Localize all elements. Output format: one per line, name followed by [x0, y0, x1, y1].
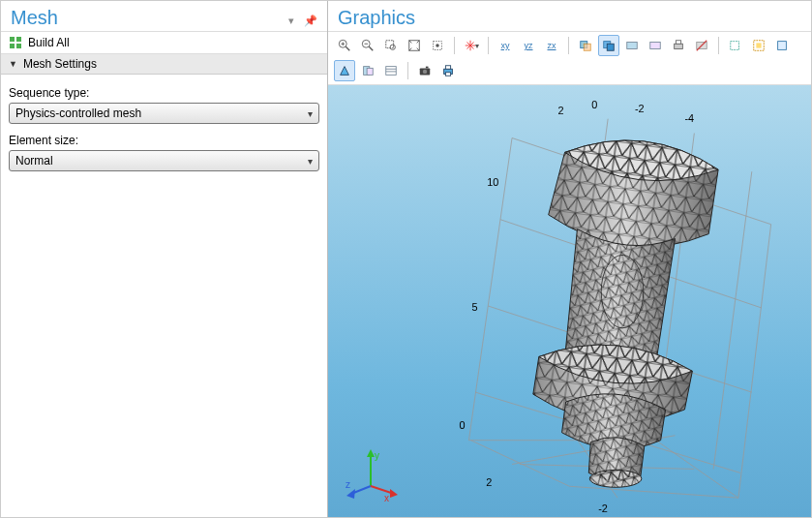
- print-2-icon[interactable]: [437, 60, 459, 81]
- sequence-type-value: Physics-controlled mesh: [15, 107, 141, 120]
- view-zx-button[interactable]: zx: [541, 35, 562, 56]
- svg-rect-3: [16, 44, 21, 48]
- element-size-select[interactable]: Normal: [9, 150, 319, 171]
- collapse-icon: ▼: [9, 59, 17, 69]
- zoom-extents-icon[interactable]: [404, 35, 425, 56]
- svg-line-54: [656, 441, 738, 498]
- svg-point-37: [423, 70, 427, 74]
- svg-line-9: [369, 46, 373, 50]
- svg-rect-0: [10, 37, 15, 42]
- svg-marker-30: [341, 67, 349, 76]
- transparency-icon[interactable]: [575, 35, 596, 56]
- svg-marker-66: [346, 489, 355, 499]
- svg-rect-33: [386, 67, 397, 76]
- mesh-settings-header[interactable]: ▼ Mesh Settings: [1, 54, 327, 75]
- select-toggle-icon[interactable]: [771, 35, 793, 56]
- element-size-value: Normal: [15, 154, 53, 168]
- y-tick-0: 10: [487, 176, 498, 188]
- y-tick-2: 0: [460, 419, 466, 431]
- svg-rect-11: [386, 41, 394, 48]
- graphics-toolbar: ▾ xy yz zx: [328, 32, 811, 85]
- svg-rect-41: [445, 73, 450, 76]
- svg-marker-62: [367, 449, 375, 457]
- svg-rect-19: [607, 44, 614, 50]
- svg-rect-40: [445, 66, 450, 70]
- graphics-panel: Graphics ▾ xy yz zx: [328, 1, 811, 517]
- rotate-icon[interactable]: ▾: [461, 35, 482, 56]
- svg-line-5: [346, 46, 349, 50]
- sequence-type-select[interactable]: Physics-controlled mesh: [9, 103, 319, 124]
- svg-rect-22: [675, 44, 683, 48]
- select-all-icon[interactable]: [748, 35, 769, 56]
- top-tick-1: 0: [591, 99, 597, 110]
- bot-tick-b: -2: [598, 503, 608, 514]
- svg-point-15: [436, 44, 439, 47]
- build-all-icon: [9, 36, 22, 49]
- panel-menu-icon[interactable]: ▾: [288, 15, 294, 26]
- zoom-out-icon[interactable]: [357, 35, 378, 56]
- zoom-box-icon[interactable]: [380, 35, 402, 56]
- render-2-icon[interactable]: [645, 35, 666, 56]
- svg-marker-64: [390, 489, 398, 498]
- zoom-in-icon[interactable]: [334, 35, 355, 56]
- triad-x-label: x: [384, 493, 389, 503]
- scene-light-icon[interactable]: [334, 60, 355, 81]
- mesh-panel-header: Mesh ▾ 📌: [1, 1, 327, 32]
- panel-header-controls: ▾ 📌: [285, 7, 317, 29]
- top-tick-0: 2: [558, 105, 564, 116]
- y-tick-1: 5: [471, 301, 477, 313]
- view-yz-button[interactable]: yz: [518, 35, 539, 56]
- svg-point-12: [390, 45, 395, 49]
- mesh-panel: Mesh ▾ 📌 Build All ▼ Mesh Settings Seque…: [1, 1, 328, 517]
- svg-line-46: [738, 225, 771, 498]
- print-icon[interactable]: [668, 35, 689, 56]
- wireframe-icon[interactable]: [598, 35, 619, 56]
- graphics-viewport[interactable]: 10 5 0 2 0 -2 -4 2 -2: [328, 85, 811, 517]
- svg-rect-17: [584, 44, 590, 50]
- clip-plane-icon[interactable]: [357, 60, 378, 81]
- svg-rect-38: [426, 67, 429, 69]
- zoom-selected-icon[interactable]: [427, 35, 448, 56]
- select-form-icon[interactable]: [725, 35, 746, 56]
- mesh-panel-title: Mesh: [11, 7, 58, 29]
- mesh-settings-form: Sequence type: Physics-controlled mesh E…: [1, 75, 327, 179]
- graphics-panel-title: Graphics: [328, 1, 811, 32]
- triad-y-label: y: [375, 450, 379, 461]
- svg-rect-21: [650, 43, 661, 49]
- hide-icon[interactable]: [691, 35, 712, 56]
- top-tick-3: -4: [684, 112, 694, 124]
- svg-rect-26: [731, 42, 739, 50]
- orientation-triad: y x z: [342, 445, 400, 503]
- svg-rect-23: [676, 41, 680, 45]
- view-list-icon[interactable]: [380, 60, 402, 81]
- top-tick-2: -2: [635, 103, 645, 114]
- panel-pin-icon[interactable]: 📌: [304, 15, 317, 26]
- mesh-settings-title: Mesh Settings: [23, 57, 97, 71]
- svg-rect-28: [756, 43, 761, 47]
- bot-tick-a: 2: [486, 476, 492, 488]
- svg-rect-29: [778, 42, 787, 50]
- mesh-toolbar: Build All: [1, 32, 327, 54]
- sequence-type-label: Sequence type:: [9, 86, 319, 100]
- svg-rect-2: [10, 44, 15, 48]
- svg-point-60: [589, 470, 642, 487]
- camera-icon[interactable]: [414, 60, 436, 81]
- svg-rect-20: [627, 43, 638, 49]
- meshed-part: [533, 140, 718, 487]
- svg-rect-1: [16, 37, 21, 42]
- view-xy-button[interactable]: xy: [495, 35, 516, 56]
- svg-line-52: [570, 486, 738, 498]
- build-all-button[interactable]: Build All: [28, 36, 70, 49]
- triad-z-label: z: [346, 479, 350, 490]
- render-1-icon[interactable]: [621, 35, 643, 56]
- element-size-label: Element size:: [9, 134, 319, 147]
- scene-svg: 10 5 0 2 0 -2 -4 2 -2: [328, 85, 811, 517]
- svg-rect-32: [367, 68, 373, 75]
